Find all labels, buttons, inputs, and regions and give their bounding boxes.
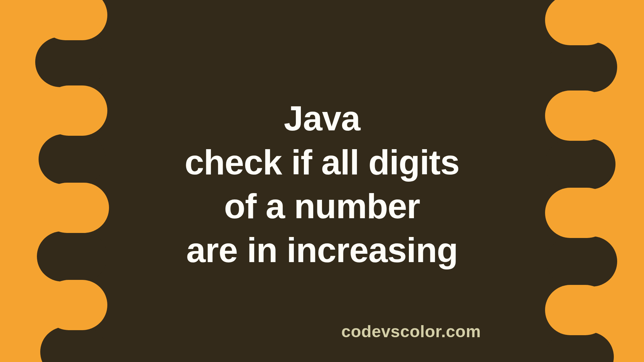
title-line-2: check if all digits xyxy=(184,143,459,182)
banner-title: Java check if all digits of a number are… xyxy=(184,97,459,272)
text-layer: Java check if all digits of a number are… xyxy=(0,0,644,362)
shape-container: Java check if all digits of a number are… xyxy=(0,0,644,362)
banner-graphic: Java check if all digits of a number are… xyxy=(0,0,644,362)
title-line-1: Java xyxy=(284,99,360,138)
title-line-3: of a number xyxy=(224,187,420,226)
title-line-4: are in increasing xyxy=(186,231,458,269)
watermark-text: codevscolor.com xyxy=(341,322,481,341)
